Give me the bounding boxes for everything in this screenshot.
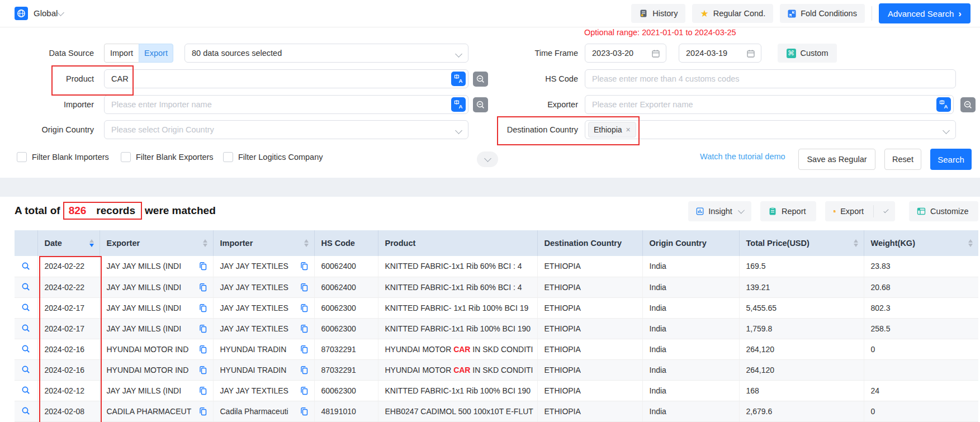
header-total-price[interactable]: Total Price(USD)	[739, 230, 864, 256]
header-date[interactable]: Date	[37, 230, 100, 256]
row-search-icon[interactable]	[21, 324, 31, 333]
save-as-regular-button[interactable]: Save as Regular	[798, 149, 875, 170]
copy-icon[interactable]	[300, 262, 309, 272]
copy-icon[interactable]	[198, 283, 207, 293]
hs-code-input[interactable]	[592, 74, 949, 83]
reset-button[interactable]: Reset	[884, 149, 921, 170]
cell-date: 2024-02-17	[37, 297, 100, 318]
filter-logistics-company-checkbox[interactable]: Filter Logitics Company	[223, 152, 323, 162]
copy-icon[interactable]	[300, 283, 309, 293]
exporter-input[interactable]	[592, 100, 932, 109]
importer-exclude-button[interactable]	[473, 97, 488, 112]
cell-total-price: 264,120	[739, 359, 864, 380]
sort-icon[interactable]	[854, 239, 858, 247]
copy-icon[interactable]	[198, 407, 207, 418]
cell-hs-code: 60062300	[314, 380, 378, 401]
sort-icon[interactable]	[968, 239, 973, 247]
row-search-icon[interactable]	[21, 303, 31, 312]
header-destination-country: Destination Country	[537, 230, 642, 256]
app-logo[interactable]	[15, 7, 28, 20]
cell-destination-country: ETHIOPIA	[537, 256, 642, 277]
collapse-conditions-button[interactable]	[477, 151, 498, 167]
product-field: A	[104, 69, 468, 88]
product-input[interactable]	[111, 74, 447, 83]
copy-icon[interactable]	[300, 366, 309, 376]
copy-icon[interactable]	[300, 386, 309, 397]
export-options-chevron-icon[interactable]	[884, 208, 889, 213]
row-search-icon[interactable]	[21, 386, 31, 395]
header-exporter[interactable]: Exporter	[100, 230, 213, 256]
sort-icon[interactable]	[203, 239, 207, 247]
row-search-icon[interactable]	[21, 344, 31, 354]
cell-product: KNITTED FABRIC- 1x1 Rib 100% BCI 19	[378, 297, 537, 318]
table-row: 2024-02-17 JAY JAY MILLS (INDI JAY JAY T…	[15, 318, 978, 339]
copy-icon[interactable]	[198, 345, 207, 355]
cell-importer: Cadila Pharmaceuti	[213, 401, 314, 421]
sort-icon[interactable]	[304, 239, 309, 247]
history-button[interactable]: History	[631, 4, 685, 23]
translate-icon[interactable]: A	[936, 97, 951, 112]
chevron-down-icon	[455, 50, 462, 58]
header-importer[interactable]: Importer	[213, 230, 314, 256]
fold-conditions-button[interactable]: Fold Conditions	[780, 4, 865, 23]
exclude-search-icon	[963, 100, 973, 110]
regular-cond-button[interactable]: ★ Regular Cond.	[692, 4, 773, 23]
exporter-exclude-button[interactable]	[960, 97, 976, 112]
report-button[interactable]: Report	[760, 201, 816, 221]
importer-input[interactable]	[111, 100, 447, 109]
copy-icon[interactable]	[300, 304, 309, 314]
cell-date: 2024-02-08	[37, 401, 100, 421]
cell-origin-country: India	[642, 359, 739, 380]
start-date-input[interactable]: 2023-03-20	[585, 44, 666, 63]
cell-weight: 0	[864, 401, 978, 421]
origin-country-label: Origin Country	[4, 120, 94, 139]
copy-icon[interactable]	[300, 407, 309, 418]
cell-weight: 0	[864, 339, 978, 359]
results-table: Date Exporter Importer HS Code Product D…	[15, 230, 978, 422]
header-weight[interactable]: Weight(KG)	[864, 230, 978, 256]
translate-icon[interactable]: A	[451, 72, 466, 86]
row-search-icon[interactable]	[21, 365, 31, 374]
copy-icon[interactable]	[300, 345, 309, 355]
row-search-icon[interactable]	[21, 406, 31, 416]
cell-date: 2024-02-16	[37, 359, 100, 380]
cell-hs-code: 48191010	[314, 401, 378, 421]
region-selector-label[interactable]: Global	[34, 0, 58, 27]
cell-product: HYUNDAI MOTOR CAR IN SKD CONDITI	[378, 359, 537, 380]
exclude-search-icon	[476, 100, 485, 110]
copy-icon[interactable]	[198, 324, 207, 335]
sort-icon[interactable]	[89, 239, 94, 247]
origin-country-select[interactable]: Please select Origin Country	[104, 120, 468, 139]
destination-country-select[interactable]: Ethiopia ×	[585, 120, 956, 139]
filter-blank-importers-checkbox[interactable]: Filter Blank Importers	[17, 152, 109, 162]
data-source-export-toggle[interactable]: Export	[139, 44, 173, 63]
custom-range-button[interactable]: ⌘ Custom	[778, 44, 837, 63]
tutorial-demo-link[interactable]: Watch the tutorial demo	[700, 152, 785, 161]
data-source-select[interactable]: 80 data sources selected	[184, 44, 468, 63]
product-exclude-button[interactable]	[473, 72, 488, 87]
customize-button[interactable]: Customize	[909, 201, 978, 221]
chevron-down-icon[interactable]	[57, 9, 64, 16]
checkbox-icon	[17, 152, 27, 162]
row-search-icon[interactable]	[21, 282, 31, 292]
copy-icon[interactable]	[300, 324, 309, 335]
cell-product: KNITTED FABRIC-1x1 Rib 60% BCI : 4	[378, 256, 537, 277]
advanced-search-button[interactable]: Advanced Search ›	[879, 3, 970, 23]
insight-button[interactable]: Insight	[688, 201, 751, 221]
remove-tag-icon[interactable]: ×	[626, 125, 631, 134]
copy-icon[interactable]	[198, 262, 207, 272]
search-button[interactable]: Search	[930, 149, 972, 170]
cell-origin-country: India	[642, 318, 739, 339]
filter-blank-exporters-checkbox[interactable]: Filter Blank Exporters	[121, 152, 214, 162]
export-button[interactable]: Export	[825, 201, 895, 221]
translate-icon[interactable]: A	[451, 97, 466, 112]
cell-weight	[864, 359, 978, 380]
row-search-icon[interactable]	[21, 262, 31, 271]
copy-icon[interactable]	[198, 366, 207, 376]
checkbox-icon	[121, 152, 131, 162]
data-source-import-toggle[interactable]: Import	[104, 44, 139, 63]
end-date-input[interactable]: 2024-03-19	[679, 44, 761, 63]
table-body: 2024-02-22 JAY JAY MILLS (INDI JAY JAY T…	[15, 256, 978, 421]
copy-icon[interactable]	[198, 304, 207, 314]
copy-icon[interactable]	[198, 386, 207, 397]
